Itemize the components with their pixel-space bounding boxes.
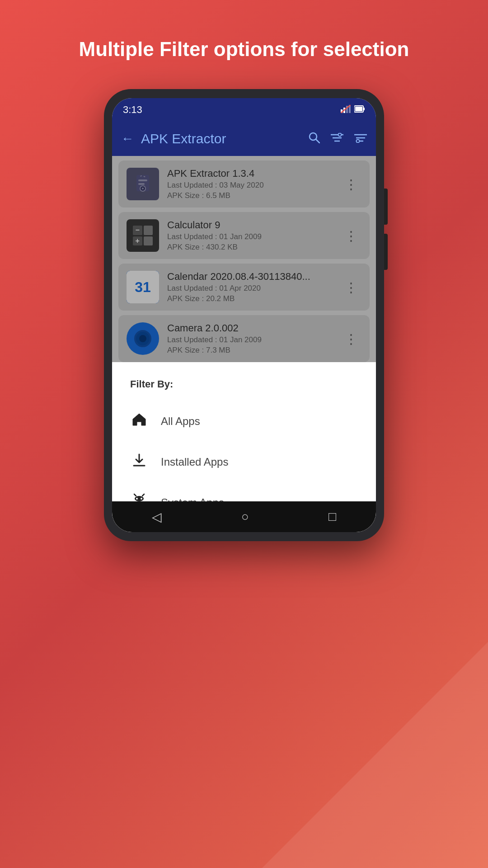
filter-icon[interactable] — [331, 132, 343, 146]
filter-label-installed-apps: Installed Apps — [161, 456, 228, 468]
app-icon-apk — [127, 168, 159, 200]
sort-icon[interactable] — [354, 132, 367, 146]
app-item-calendar[interactable]: 31 Calendar 2020.08.4-30113840... Last U… — [118, 264, 370, 311]
app-more-calc[interactable]: ⋮ — [341, 224, 361, 247]
app-name-calc: Calculator 9 — [167, 219, 333, 231]
app-info-camera: Camera 2.0.002 Last Updated : 01 Jan 200… — [167, 322, 333, 355]
app-size-calc: APK Size : 430.2 KB — [167, 243, 333, 252]
app-more-camera[interactable]: ⋮ — [341, 327, 361, 350]
nav-bar: ◁ ○ □ — [112, 501, 376, 532]
svg-point-22 — [142, 188, 144, 189]
status-icons — [341, 105, 365, 115]
app-item-apk-extractor[interactable]: APK Extractor 1.3.4 Last Updated : 03 Ma… — [118, 160, 370, 208]
status-time: 3:13 — [123, 104, 142, 116]
svg-point-13 — [338, 133, 342, 136]
nav-home-button[interactable]: ○ — [241, 509, 249, 524]
filter-label-all-apps: All Apps — [161, 415, 200, 428]
app-title: APK Extractor — [141, 131, 301, 146]
svg-line-26 — [134, 494, 136, 496]
app-name-camera: Camera 2.0.002 — [167, 322, 333, 334]
app-item-calculator[interactable]: − + Calculator 9 Last Updated : 01 Jan 2… — [118, 212, 370, 259]
app-info-apk: APK Extractor 1.3.4 Last Updated : 03 Ma… — [167, 168, 333, 200]
svg-line-27 — [142, 494, 144, 496]
svg-point-17 — [357, 139, 360, 142]
back-button[interactable]: ← — [121, 132, 134, 146]
app-icon-camera — [127, 322, 159, 355]
app-more-calendar[interactable]: ⋮ — [341, 276, 361, 299]
app-size-apk: APK Size : 6.5 MB — [167, 191, 333, 200]
filter-title: Filter By: — [112, 378, 376, 401]
filter-item-installed-apps[interactable]: Installed Apps — [112, 442, 376, 482]
app-size-calendar: APK Size : 20.2 MB — [167, 294, 333, 303]
phone-screen: 3:13 — [112, 98, 376, 532]
svg-point-29 — [136, 498, 138, 500]
svg-rect-6 — [363, 108, 365, 110]
app-info-calc: Calculator 9 Last Updated : 01 Jan 2009 … — [167, 219, 333, 252]
app-icon-calc: − + — [127, 219, 159, 252]
app-updated-apk: Last Updated : 03 May 2020 — [167, 181, 333, 190]
app-updated-calendar: Last Updated : 01 Apr 2020 — [167, 284, 333, 293]
app-list: APK Extractor 1.3.4 Last Updated : 03 Ma… — [112, 156, 376, 532]
svg-line-9 — [316, 139, 319, 143]
download-icon — [130, 453, 148, 472]
nav-back-button[interactable]: ◁ — [152, 509, 162, 524]
nav-recent-button[interactable]: □ — [328, 509, 336, 524]
app-icon-calendar: 31 — [127, 271, 159, 303]
app-bar: ← APK Extractor — [112, 122, 376, 156]
phone-device: 3:13 — [104, 89, 384, 541]
home-icon — [130, 412, 148, 431]
battery-icon — [354, 105, 365, 115]
app-bar-icons — [308, 132, 367, 146]
app-more-apk[interactable]: ⋮ — [341, 173, 361, 196]
app-item-camera[interactable]: Camera 2.0.002 Last Updated : 01 Jan 200… — [118, 315, 370, 362]
signal-icon — [341, 105, 351, 115]
app-name-apk: APK Extractor 1.3.4 — [167, 168, 333, 179]
search-icon[interactable] — [308, 132, 320, 146]
app-updated-calc: Last Updated : 01 Jan 2009 — [167, 232, 333, 241]
svg-point-30 — [141, 498, 142, 500]
app-size-camera: APK Size : 7.3 MB — [167, 346, 333, 355]
header-text: Multiple Filter options for selection — [52, 0, 436, 62]
svg-rect-7 — [355, 107, 362, 111]
status-bar: 3:13 — [112, 98, 376, 122]
filter-item-all-apps[interactable]: All Apps — [112, 401, 376, 442]
app-name-calendar: Calendar 2020.08.4-30113840... — [167, 271, 333, 283]
svg-rect-19 — [138, 179, 147, 181]
app-updated-camera: Last Updated : 01 Jan 2009 — [167, 335, 333, 344]
app-info-calendar: Calendar 2020.08.4-30113840... Last Upda… — [167, 271, 333, 303]
svg-rect-20 — [138, 183, 145, 185]
